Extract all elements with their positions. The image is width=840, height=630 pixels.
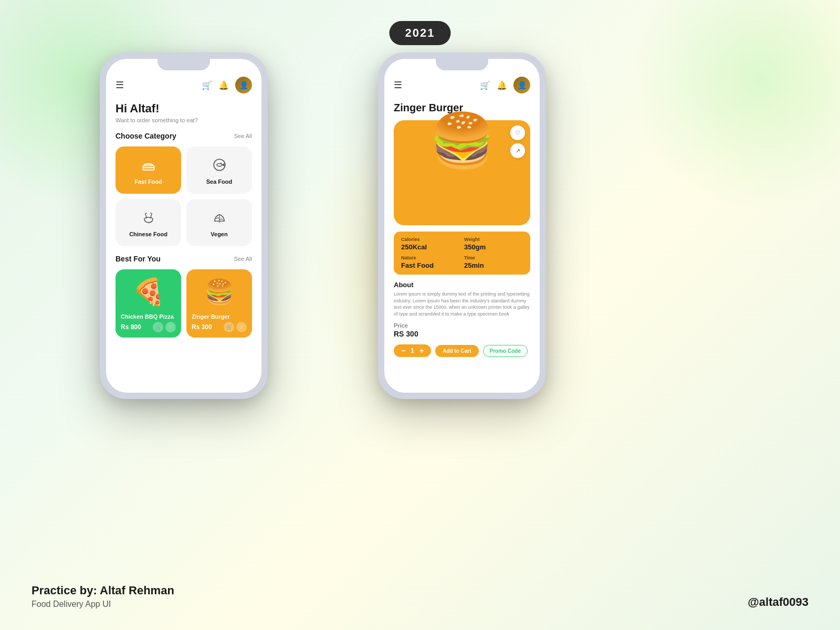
category-see-all[interactable]: See All <box>234 133 252 139</box>
burger-actions: 🛒 ♡ <box>224 322 247 332</box>
about-title: About <box>394 281 530 289</box>
category-section-header: Choose Category See All <box>116 132 252 140</box>
left-phone-container: ☰ 🛒 🔔 👤 Hi Altaf! Want to order somethin… <box>100 52 268 399</box>
pizza-emoji: 🍕 <box>132 277 165 307</box>
chinese-food-label: Chinese Food <box>129 231 167 237</box>
category-section-title: Choose Category <box>116 132 176 140</box>
burger-emoji: 🍔 <box>204 278 234 306</box>
footer-left: Practice by: Altaf Rehman Food Delivery … <box>32 584 174 609</box>
footer-handle: @altaf0093 <box>748 595 808 609</box>
detail-image-container: 🍔 ♡ ↗ <box>394 120 530 225</box>
category-grid: Fast Food Sea Food <box>116 146 252 246</box>
burger-cart-btn[interactable]: 🛒 <box>224 322 234 332</box>
right-phone-container: ☰ 🛒 🔔 👤 Zinger Burger 🍔 ♡ <box>378 52 546 399</box>
category-sea-food[interactable]: Sea Food <box>186 146 252 194</box>
price-label: Price <box>394 322 530 329</box>
qty-plus-btn[interactable]: + <box>417 346 426 355</box>
stats-bar: Calories 250Kcal Weight 350gm Nature Fas… <box>394 232 530 275</box>
greeting-title: Hi Altaf! <box>116 102 252 116</box>
stat-time-value: 25min <box>464 261 523 269</box>
stat-calories-value: 250Kcal <box>401 243 460 251</box>
category-fast-food[interactable]: Fast Food <box>116 146 181 194</box>
food-card-burger[interactable]: 🍔 Zinger Burger Rs 300 🛒 ♡ <box>186 269 252 338</box>
bottom-bar: − 1 + Add to Cart Promo Code <box>394 344 530 357</box>
chinese-food-icon <box>139 208 158 227</box>
category-chinese-food[interactable]: Chinese Food <box>116 199 181 246</box>
stat-weight-label: Weight <box>464 237 523 242</box>
burger-price: Rs 300 <box>192 323 212 331</box>
notch-right <box>436 59 488 70</box>
add-to-cart-button[interactable]: Add to Cart <box>435 345 478 357</box>
bg-blob-tr <box>630 0 840 210</box>
svg-point-2 <box>220 163 222 164</box>
left-phone-content: ☰ 🛒 🔔 👤 Hi Altaf! Want to order somethin… <box>106 59 261 393</box>
greeting-sub: Want to order something to eat? <box>116 117 252 123</box>
stat-time: Time 25min <box>464 255 523 269</box>
hamburger-icon[interactable]: ☰ <box>116 79 124 91</box>
avatar-right[interactable]: 👤 <box>513 77 530 93</box>
nav-icons-right: 🛒 🔔 👤 <box>480 77 530 93</box>
hamburger-icon-right[interactable]: ☰ <box>394 79 402 91</box>
left-nav-bar: ☰ 🛒 🔔 👤 <box>116 77 252 93</box>
right-nav-bar: ☰ 🛒 🔔 👤 <box>394 77 530 93</box>
burger-detail-emoji: 🍔 <box>429 110 495 172</box>
avatar-left[interactable]: 👤 <box>235 77 252 93</box>
detail-action-icons: ♡ ↗ <box>510 125 525 158</box>
fast-food-label: Fast Food <box>134 178 162 185</box>
qty-control: − 1 + <box>394 344 431 357</box>
category-vegen[interactable]: Vegen <box>186 199 252 246</box>
pizza-price-row: Rs 800 🛒 ♡ <box>121 322 176 332</box>
stats-grid: Calories 250Kcal Weight 350gm Nature Fas… <box>401 237 523 269</box>
cart-icon-right[interactable]: 🛒 <box>480 80 490 90</box>
left-phone-frame: ☰ 🛒 🔔 👤 Hi Altaf! Want to order somethin… <box>100 52 268 399</box>
vegen-label: Vegen <box>211 231 227 237</box>
nav-icons-left: 🛒 🔔 👤 <box>202 77 252 93</box>
pizza-name: Chicken BBQ Pizza <box>121 313 176 320</box>
burger-heart-btn[interactable]: ♡ <box>236 322 247 332</box>
bell-icon-right[interactable]: 🔔 <box>497 80 507 90</box>
footer-brand: Practice by: Altaf Rehman <box>32 584 174 597</box>
qty-value: 1 <box>407 347 417 354</box>
stat-nature-label: Nature <box>401 255 460 260</box>
sea-food-icon <box>210 155 229 174</box>
right-phone-frame: ☰ 🛒 🔔 👤 Zinger Burger 🍔 ♡ <box>378 52 546 399</box>
footer-sub: Food Delivery App UI <box>32 600 174 609</box>
burger-image: 🍔 <box>192 275 247 309</box>
burger-price-row: Rs 300 🛒 ♡ <box>192 322 247 332</box>
stat-calories-label: Calories <box>401 237 460 242</box>
stat-calories: Calories 250Kcal <box>401 237 460 251</box>
detail-share-btn[interactable]: ↗ <box>510 143 525 158</box>
best-see-all[interactable]: See All <box>234 256 252 262</box>
qty-minus-btn[interactable]: − <box>399 346 407 355</box>
pizza-image: 🍕 <box>121 275 176 309</box>
pizza-price: Rs 800 <box>121 323 141 331</box>
vegen-icon <box>210 208 229 227</box>
about-text: Lorem ipsum is simply dummy text of the … <box>394 291 530 317</box>
best-food-row: 🍕 Chicken BBQ Pizza Rs 800 🛒 ♡ <box>116 269 252 338</box>
stat-weight: Weight 350gm <box>464 237 523 251</box>
notch-left <box>158 59 210 70</box>
burger-name: Zinger Burger <box>192 313 247 320</box>
year-badge: 2021 <box>390 21 451 45</box>
price-value: RS 300 <box>394 330 530 338</box>
sea-food-label: Sea Food <box>206 178 233 185</box>
best-section-header: Best For You See All <box>116 255 252 263</box>
right-phone-content: ☰ 🛒 🔔 👤 Zinger Burger 🍔 ♡ <box>384 59 540 393</box>
right-phone-screen: ☰ 🛒 🔔 👤 Zinger Burger 🍔 ♡ <box>384 59 540 393</box>
bell-icon-left[interactable]: 🔔 <box>218 80 229 90</box>
promo-code-button[interactable]: Promo Code <box>483 345 528 357</box>
stat-nature-value: Fast Food <box>401 261 460 269</box>
best-section-title: Best For You <box>116 255 161 263</box>
cart-icon-left[interactable]: 🛒 <box>202 80 212 90</box>
stat-weight-value: 350gm <box>464 243 523 251</box>
pizza-actions: 🛒 ♡ <box>153 322 176 332</box>
pizza-heart-btn[interactable]: ♡ <box>165 322 176 332</box>
food-card-pizza[interactable]: 🍕 Chicken BBQ Pizza Rs 800 🛒 ♡ <box>116 269 181 338</box>
fast-food-icon <box>139 155 158 174</box>
stat-nature: Nature Fast Food <box>401 255 460 269</box>
pizza-cart-btn[interactable]: 🛒 <box>153 322 163 332</box>
stat-time-label: Time <box>464 255 523 260</box>
left-phone-screen: ☰ 🛒 🔔 👤 Hi Altaf! Want to order somethin… <box>106 59 261 393</box>
detail-heart-btn[interactable]: ♡ <box>510 125 525 140</box>
